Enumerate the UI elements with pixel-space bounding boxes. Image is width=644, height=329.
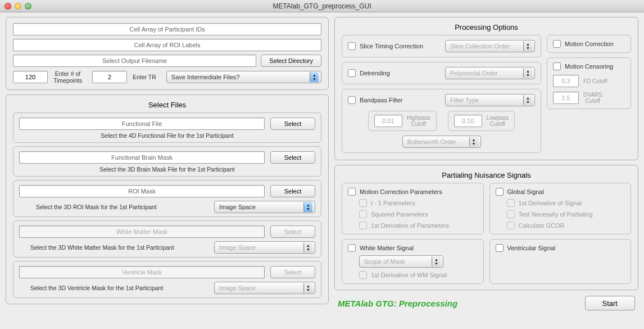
roimask-group: ROI Mask Select Select the 3D ROI Mask f…	[13, 180, 321, 217]
chevron-updown-icon: ▲▼	[303, 283, 312, 293]
polynomial-order-dropdown: Polynomial Order ▲▼	[445, 67, 535, 79]
chevron-updown-icon: ▲▼	[523, 41, 532, 51]
chevron-updown-icon: ▲▼	[303, 202, 312, 212]
ventricle-help: Select the 3D Ventricle Mask for the 1st…	[19, 285, 207, 291]
motion-params-checkbox[interactable]: Motion Correction Parameters	[348, 188, 478, 196]
ventricular-signal-group: Ventricular Signal	[489, 239, 632, 284]
fd-cutoff-input	[553, 75, 579, 87]
functional-select-button[interactable]: Select	[270, 118, 315, 130]
slice-timing-label: Slice Timing Correction	[360, 43, 423, 49]
motion-params-label: Motion Correction Parameters	[360, 188, 442, 195]
detrending-checkbox[interactable]: Detrending	[348, 69, 390, 77]
wm-signal-group: White Matter Signal Scope of Mask ▲▼ 1st…	[342, 239, 484, 284]
motion-censoring-checkbox[interactable]: Motion Censoring	[553, 62, 625, 70]
zoom-icon[interactable]	[25, 3, 31, 10]
lowpass-input	[454, 115, 482, 127]
dvars-cutoff-label: DVARS Cutoff	[583, 92, 602, 104]
wm-select-button: Select	[270, 226, 315, 238]
squared-params-checkbox: Squared Parameters	[359, 210, 478, 218]
roimask-image-space-dropdown[interactable]: Image Space ▲▼	[214, 201, 315, 213]
roimask-select-button[interactable]: Select	[270, 185, 315, 197]
save-intermediate-label: Save Intermediate Files?	[171, 74, 240, 80]
wm-scope-dropdown: Scope of Mask ▲▼	[359, 255, 443, 268]
ventricle-mask-field: Ventricle Mask	[19, 266, 265, 278]
traffic-lights	[4, 3, 31, 10]
chevron-updown-icon: ▲▼	[432, 256, 441, 267]
ventricular-signal-checkbox[interactable]: Ventricular Signal	[496, 244, 625, 252]
motion-censoring-group: Motion Censoring FD Cutoff DVARS Cutoff	[547, 57, 631, 109]
brainmask-select-button[interactable]: Select	[270, 151, 315, 164]
processing-options-panel: Processing Options Slice Timing Correcti…	[334, 17, 638, 160]
wm-signal-checkbox[interactable]: White Matter Signal	[348, 244, 478, 252]
global-signal-group: Global Signal 1st Derivative of Signal T…	[489, 183, 632, 235]
functional-file-group: Functional File Select Select the 4D Fun…	[13, 112, 321, 143]
ventricle-image-space-dropdown: Image Space ▲▼	[214, 282, 315, 294]
processing-options-title: Processing Options	[342, 23, 631, 31]
chevron-updown-icon: ▲▼	[523, 68, 532, 78]
slice-timing-checkbox[interactable]: Slice Timing Correction	[348, 42, 423, 50]
wm-help: Select the 3D White Matter Mask for the …	[19, 244, 207, 251]
motion-correction-checkbox[interactable]: Motion Correction	[553, 40, 625, 48]
ventricular-signal-label: Ventricular Signal	[507, 245, 556, 251]
bandpass-group: Bandpass Filter Filter Type ▲▼ Highpass …	[342, 89, 541, 153]
participant-ids-field[interactable]: Cell Array of Participant IDs	[13, 23, 321, 35]
chevron-updown-icon: ▲▼	[303, 242, 312, 253]
wm-image-space-label: Image Space	[219, 244, 256, 251]
top-panel: Cell Array of Participant IDs Cell Array…	[6, 17, 329, 90]
filter-type-dropdown: Filter Type ▲▼	[445, 94, 535, 106]
bandpass-checkbox[interactable]: Bandpass Filter	[348, 96, 402, 104]
window-title: METAlab_GTG_preprocess_GUI	[273, 2, 371, 10]
functional-file-field[interactable]: Functional File	[19, 118, 265, 130]
tr-label: Enter TR	[133, 74, 156, 80]
bandpass-label: Bandpass Filter	[360, 97, 402, 103]
global-signal-label: Global Signal	[507, 188, 544, 195]
brand-label: METAlab GTG: Preprocessing	[338, 299, 457, 308]
motion-correction-group: Motion Correction	[547, 35, 631, 53]
close-icon[interactable]	[4, 3, 11, 10]
motion-censoring-label: Motion Censoring	[565, 63, 613, 70]
brainmask-field[interactable]: Functional Brain Mask	[19, 151, 265, 164]
ventricle-image-space-label: Image Space	[219, 285, 256, 291]
select-directory-button[interactable]: Select Directory	[261, 55, 321, 67]
wm-image-space-dropdown: Image Space ▲▼	[214, 241, 315, 254]
wm-deriv-checkbox: 1st Derivative of WM Signal	[359, 271, 478, 279]
slice-order-label: Slice Collection Order	[450, 43, 510, 49]
tr-input[interactable]	[92, 71, 127, 83]
lowpass-label: Lowpass Cutoff	[487, 115, 509, 127]
slice-order-dropdown: Slice Collection Order ▲▼	[445, 40, 535, 52]
chevron-updown-icon: ▲▼	[523, 95, 532, 105]
global-signal-checkbox[interactable]: Global Signal	[496, 188, 625, 196]
global-deriv-checkbox: 1st Derivative of Signal	[507, 199, 625, 207]
nuisance-panel: Partialing Nuisance Signals Motion Corre…	[334, 165, 638, 290]
wm-signal-label: White Matter Signal	[360, 245, 414, 251]
timepoints-label: Enter # of Timepoints	[53, 70, 82, 84]
ventricle-select-button: Select	[270, 266, 315, 278]
wm-mask-group: White Matter Mask Select Select the 3D W…	[13, 220, 321, 258]
minimize-icon[interactable]	[15, 3, 21, 10]
detrending-group: Detrending Polynomial Order ▲▼	[342, 62, 541, 84]
butterworth-label: Butterworth Order	[407, 138, 456, 145]
dvars-cutoff-input	[553, 92, 579, 104]
wm-scope-label: Scope of Mask	[364, 258, 405, 265]
motion-params-group: Motion Correction Parameters t - 1 Param…	[342, 183, 484, 235]
brainmask-group: Functional Brain Mask Select Select the …	[13, 146, 321, 177]
global-gcor-checkbox: Calculate GCOR	[507, 222, 625, 229]
titlebar: METAlab_GTG_preprocess_GUI	[0, 0, 644, 12]
roi-labels-field[interactable]: Cell Array of ROI Labels	[13, 39, 321, 51]
roimask-image-space-label: Image Space	[219, 204, 256, 210]
fd-cutoff-label: FD Cutoff	[583, 78, 607, 84]
polynomial-order-label: Polynomial Order	[450, 70, 498, 76]
functional-help: Select the 4D Functional File for the 1s…	[19, 132, 315, 139]
ventricle-mask-group: Ventricle Mask Select Select the 3D Vent…	[13, 261, 321, 298]
highpass-input	[374, 115, 402, 127]
output-filename-field[interactable]: Select Output Filename	[13, 55, 256, 67]
filter-type-label: Filter Type	[450, 97, 479, 103]
roimask-field[interactable]: ROI Mask	[19, 185, 265, 197]
save-intermediate-dropdown[interactable]: Save Intermediate Files? ▲▼	[166, 71, 321, 83]
chevron-updown-icon: ▲▼	[469, 137, 478, 147]
select-files-title: Select Files	[13, 101, 321, 109]
detrending-label: Detrending	[360, 70, 390, 76]
global-test-checkbox: Test Necessity of Partialing	[507, 210, 625, 218]
timepoints-input[interactable]	[13, 71, 48, 83]
start-button[interactable]: Start	[585, 296, 635, 310]
